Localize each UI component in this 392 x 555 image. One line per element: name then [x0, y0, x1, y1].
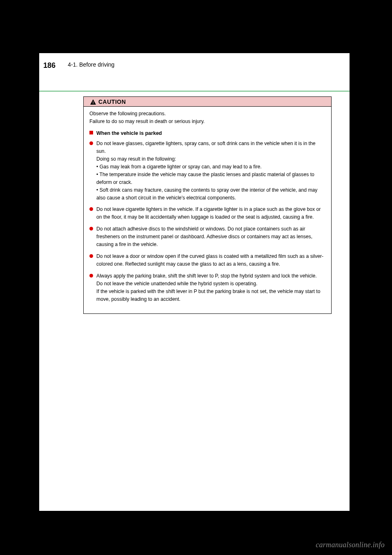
list-item: Do not leave cigarette lighters in the v…: [89, 206, 325, 221]
svg-text:!: !: [93, 101, 94, 105]
caution-label: CAUTION: [98, 98, 126, 105]
caution-bullet-list: Do not leave glasses, cigarette lighters…: [89, 140, 325, 303]
bullet-text: Do not leave a door or window open if th…: [96, 253, 325, 268]
section-heading-row: When the vehicle is parked: [89, 130, 325, 137]
bullet-text: Do not leave cigarette lighters in the v…: [96, 206, 325, 221]
warning-triangle-icon: !: [90, 99, 96, 104]
caution-box: ! CAUTION Observe the following precauti…: [83, 96, 332, 314]
red-dot-icon: [89, 227, 93, 231]
section-heading: When the vehicle is parked: [96, 130, 162, 137]
manual-page: 186 4-1. Before driving ! CAUTION Observ…: [39, 53, 350, 511]
list-item: Do not leave a door or window open if th…: [89, 253, 325, 268]
bullet-text: Do not leave glasses, cigarette lighters…: [96, 140, 325, 201]
list-item: Do not attach adhesive discs to the wind…: [89, 225, 325, 248]
caution-observe-text: Observe the following precautions.Failur…: [89, 110, 325, 125]
page-header: 186 4-1. Before driving: [39, 53, 350, 92]
breadcrumb: 4-1. Before driving: [68, 61, 114, 68]
red-dot-icon: [89, 207, 93, 211]
header-divider: [39, 91, 350, 92]
red-dot-icon: [89, 141, 93, 145]
red-dot-icon: [89, 254, 93, 258]
list-item: Do not leave glasses, cigarette lighters…: [89, 140, 325, 201]
bullet-text: Do not attach adhesive discs to the wind…: [96, 225, 325, 248]
red-square-icon: [89, 131, 93, 134]
caution-body: Observe the following precautions.Failur…: [84, 107, 331, 303]
bullet-text: Always apply the parking brake, shift th…: [96, 272, 325, 303]
caution-header: ! CAUTION: [84, 97, 331, 107]
watermark: carmanualsonline.info: [316, 541, 385, 549]
red-dot-icon: [89, 274, 93, 278]
list-item: Always apply the parking brake, shift th…: [89, 272, 325, 303]
page-number: 186: [43, 61, 56, 70]
